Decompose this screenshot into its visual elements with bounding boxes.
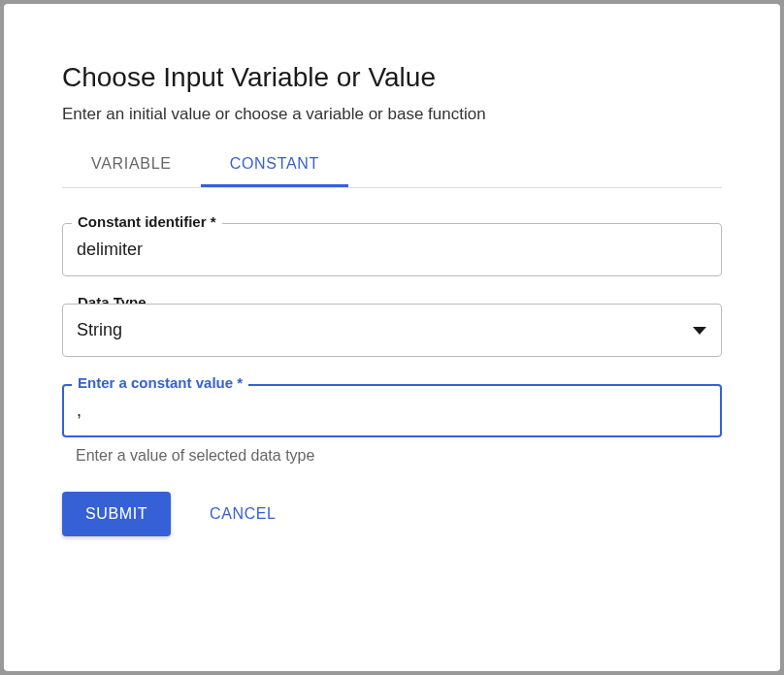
tabs: Variable Constant bbox=[62, 144, 722, 188]
dialog-title: Choose Input Variable or Value bbox=[62, 62, 722, 93]
data-type-select-wrapper: String bbox=[62, 304, 722, 357]
cancel-button[interactable]: Cancel bbox=[210, 505, 277, 523]
identifier-input[interactable] bbox=[62, 223, 722, 276]
dialog-subtitle: Enter an initial value or choose a varia… bbox=[62, 105, 722, 124]
field-identifier: Constant identifier * bbox=[62, 223, 722, 276]
dialog: Choose Input Variable or Value Enter an … bbox=[4, 4, 780, 671]
field-data-type: Data Type String bbox=[62, 304, 722, 357]
field-constant-value: Enter a constant value * Enter a value o… bbox=[62, 384, 722, 465]
submit-button[interactable]: Submit bbox=[62, 492, 171, 536]
constant-value-input[interactable] bbox=[62, 384, 722, 437]
data-type-select[interactable]: String bbox=[62, 304, 722, 357]
tab-constant[interactable]: Constant bbox=[201, 144, 348, 187]
tab-variable[interactable]: Variable bbox=[62, 144, 201, 187]
actions: Submit Cancel bbox=[62, 492, 722, 536]
constant-value-helper: Enter a value of selected data type bbox=[76, 447, 722, 465]
identifier-label: Constant identifier * bbox=[72, 213, 222, 230]
constant-value-label: Enter a constant value * bbox=[72, 374, 248, 391]
